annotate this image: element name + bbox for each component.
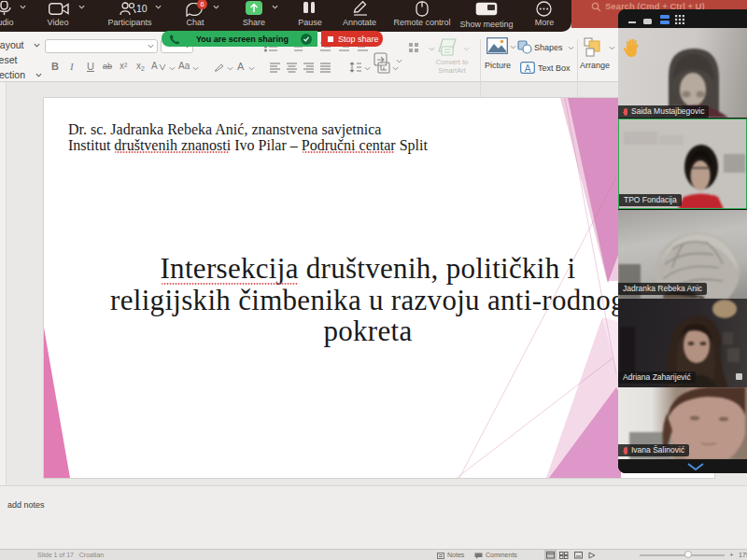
svg-text:A: A [525,63,531,74]
